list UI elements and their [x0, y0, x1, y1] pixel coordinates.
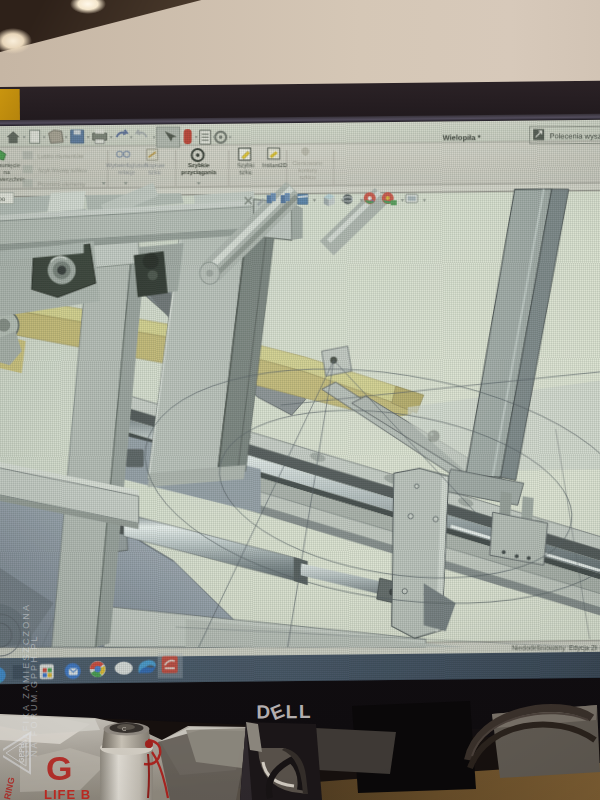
svg-text:C: C	[122, 726, 127, 732]
svg-text:G: G	[46, 749, 72, 787]
svg-text:GPPH: GPPH	[18, 743, 25, 763]
svg-text:LIFE B: LIFE B	[44, 787, 91, 800]
